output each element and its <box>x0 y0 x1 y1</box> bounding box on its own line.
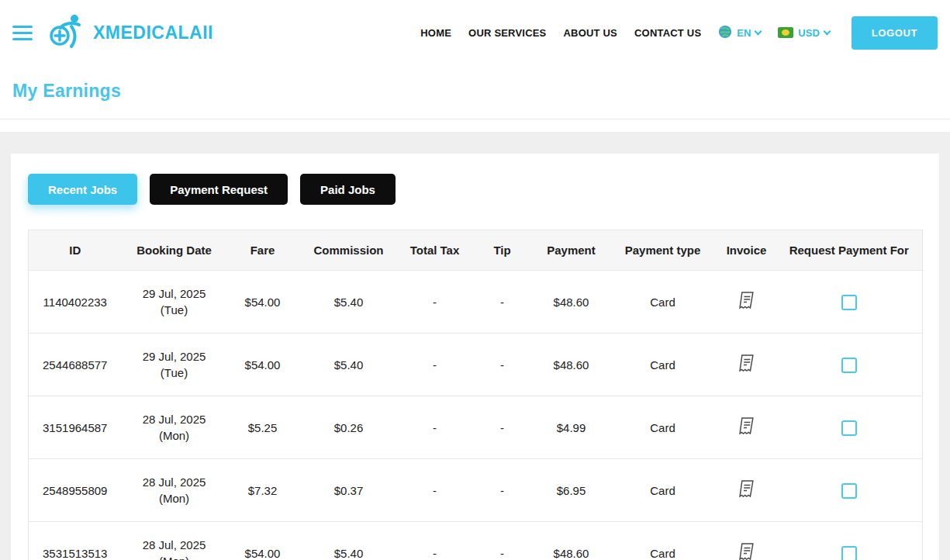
cell-payment: $48.60 <box>534 334 609 396</box>
cell-payment-type: Card <box>609 459 717 522</box>
cell-commission: $5.40 <box>299 334 399 396</box>
cell-payment: $4.99 <box>534 396 609 459</box>
earnings-table: ID Booking Date Fare Commission Total Ta… <box>28 230 923 560</box>
invoice-icon[interactable] <box>738 354 755 376</box>
cell-payment: $6.95 <box>534 459 609 522</box>
cell-commission: $5.40 <box>299 522 399 560</box>
cell-tip: - <box>471 522 534 560</box>
cell-payment-type: Card <box>609 334 717 396</box>
nav-about-us[interactable]: ABOUT US <box>564 27 618 39</box>
cell-booking-date: 28 Jul, 2025(Mon) <box>122 396 227 459</box>
earnings-card: Recent Jobs Payment Request Paid Jobs ID… <box>11 154 939 560</box>
cell-request-payment <box>776 522 923 560</box>
table-body: 1140402233 29 Jul, 2025(Tue) $54.00 $5.4… <box>29 271 923 560</box>
cell-job-id: 3531513513 <box>29 522 122 560</box>
currency-flag-icon <box>778 27 793 38</box>
col-fare: Fare <box>227 230 299 271</box>
cell-invoice <box>717 522 776 560</box>
cell-tip: - <box>471 459 534 522</box>
cell-payment-type: Card <box>609 271 717 334</box>
content-area: Recent Jobs Payment Request Paid Jobs ID… <box>0 132 950 560</box>
cell-booking-date: 28 Jul, 2025(Mon) <box>122 522 227 560</box>
col-total-tax: Total Tax <box>399 230 471 271</box>
cell-invoice <box>717 396 776 459</box>
col-booking-date: Booking Date <box>122 230 227 271</box>
table-row: 2544688577 29 Jul, 2025(Tue) $54.00 $5.4… <box>29 334 923 396</box>
request-payment-checkbox[interactable] <box>841 295 857 310</box>
cell-tip: - <box>471 396 534 459</box>
cell-job-id: 3151964587 <box>29 396 122 459</box>
currency-selector[interactable]: USD <box>778 27 829 39</box>
cell-payment: $48.60 <box>534 522 609 560</box>
cell-invoice <box>717 334 776 396</box>
language-label: EN <box>737 27 751 39</box>
cell-fare: $54.00 <box>227 334 299 396</box>
invoice-icon[interactable] <box>738 417 755 439</box>
invoice-icon[interactable] <box>738 479 755 502</box>
logout-button[interactable]: LOGOUT <box>852 16 938 50</box>
tab-paid-jobs[interactable]: Paid Jobs <box>300 174 396 205</box>
nav-contact-us[interactable]: CONTACT US <box>634 27 701 39</box>
request-payment-checkbox[interactable] <box>841 420 857 436</box>
cell-payment-type: Card <box>609 396 717 459</box>
table-row: 3531513513 28 Jul, 2025(Mon) $54.00 $5.4… <box>29 522 923 560</box>
spacer <box>0 119 950 132</box>
cell-commission: $0.37 <box>299 459 399 522</box>
cell-total-tax: - <box>399 522 471 560</box>
cell-total-tax: - <box>399 271 471 334</box>
cell-invoice <box>717 459 776 522</box>
cell-commission: $5.40 <box>299 271 399 334</box>
cell-payment-type: Card <box>609 522 717 560</box>
language-selector[interactable]: EN <box>718 25 761 41</box>
cell-request-payment <box>776 271 923 334</box>
cell-payment: $48.60 <box>534 271 609 334</box>
request-payment-checkbox[interactable] <box>841 358 857 373</box>
col-id: ID <box>29 230 122 271</box>
logo[interactable]: XMEDICALAII <box>45 12 213 53</box>
cell-total-tax: - <box>399 459 471 522</box>
cell-tip: - <box>471 334 534 396</box>
currency-label: USD <box>798 27 819 39</box>
cell-commission: $0.26 <box>299 396 399 459</box>
col-invoice: Invoice <box>717 230 776 271</box>
invoice-icon[interactable] <box>738 542 755 560</box>
col-payment-type: Payment type <box>609 230 717 271</box>
request-payment-checkbox[interactable] <box>841 546 857 560</box>
tabs: Recent Jobs Payment Request Paid Jobs <box>28 174 922 205</box>
main-nav: HOME OUR SERVICES ABOUT US CONTACT US EN… <box>420 16 938 50</box>
col-request-payment-for: Request Payment For <box>776 230 923 271</box>
tab-recent-jobs[interactable]: Recent Jobs <box>28 174 137 205</box>
col-tip: Tip <box>471 230 534 271</box>
tab-payment-request[interactable]: Payment Request <box>150 174 288 205</box>
nav-home[interactable]: HOME <box>420 27 451 39</box>
chevron-down-icon <box>755 27 762 35</box>
request-payment-checkbox[interactable] <box>841 483 857 499</box>
cell-job-id: 2544688577 <box>29 334 122 396</box>
cell-request-payment <box>776 334 923 396</box>
col-commission: Commission <box>299 230 399 271</box>
globe-icon <box>718 25 732 41</box>
cell-total-tax: - <box>399 334 471 396</box>
cell-fare: $54.00 <box>227 522 299 560</box>
table-header: ID Booking Date Fare Commission Total Ta… <box>29 230 923 271</box>
table-row: 2548955809 28 Jul, 2025(Mon) $7.32 $0.37… <box>29 459 923 522</box>
cell-booking-date: 29 Jul, 2025(Tue) <box>122 334 227 396</box>
page-title: My Earnings <box>12 81 938 102</box>
cell-invoice <box>717 271 776 334</box>
cell-total-tax: - <box>399 396 471 459</box>
top-header: XMEDICALAII HOME OUR SERVICES ABOUT US C… <box>0 0 950 65</box>
cell-booking-date: 29 Jul, 2025(Tue) <box>122 271 227 334</box>
hamburger-menu-icon[interactable] <box>12 26 33 40</box>
cell-request-payment <box>776 459 923 522</box>
cell-request-payment <box>776 396 923 459</box>
table-row: 1140402233 29 Jul, 2025(Tue) $54.00 $5.4… <box>29 271 923 334</box>
invoice-icon[interactable] <box>738 291 755 313</box>
cell-booking-date: 28 Jul, 2025(Mon) <box>122 459 227 522</box>
cell-fare: $7.32 <box>227 459 299 522</box>
logo-icon <box>45 12 88 53</box>
cell-job-id: 1140402233 <box>29 271 122 334</box>
col-payment: Payment <box>534 230 609 271</box>
nav-our-services[interactable]: OUR SERVICES <box>468 27 546 39</box>
title-bar: My Earnings <box>0 65 950 119</box>
cell-tip: - <box>471 271 534 334</box>
